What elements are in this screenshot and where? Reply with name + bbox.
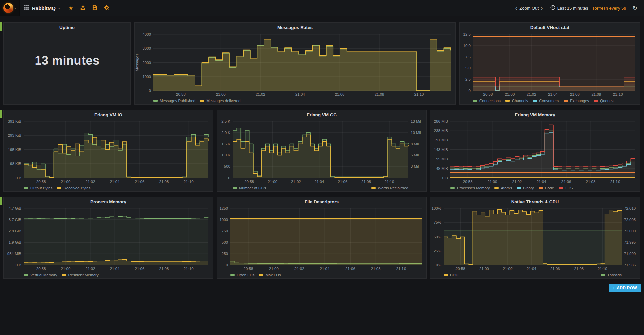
zoom-out-button[interactable]: Zoom Out — [519, 6, 539, 11]
gear-icon — [104, 5, 109, 11]
chart-svg: 02505007501000125020:5821:0021:0221:0421… — [217, 206, 426, 272]
star-button[interactable]: ★ — [65, 0, 77, 16]
svg-text:1.9 GiB: 1.9 GiB — [9, 240, 22, 244]
svg-text:954 MiB: 954 MiB — [7, 252, 22, 256]
chart-area[interactable]: 0 B48 MiB95 MiB143 MiB191 MiB238 MiB286 … — [430, 119, 640, 185]
chart-area[interactable]: 02.55.07.510.012.520:5821:0021:0221:0421… — [460, 31, 640, 97]
svg-text:21:08: 21:08 — [159, 180, 169, 184]
row-collapse-handle[interactable] — [0, 110, 2, 118]
legend-item[interactable]: Output Bytes — [24, 186, 52, 190]
svg-text:0: 0 — [469, 89, 471, 93]
dashboard-picker[interactable]: RabbitMQ ▾ — [20, 0, 65, 16]
svg-text:21:00: 21:00 — [505, 92, 515, 96]
grafana-logo-icon — [3, 3, 13, 13]
svg-text:21:06: 21:06 — [338, 180, 348, 184]
panel-messages-rates: Messages Rates 0100020003000400020:5821:… — [134, 22, 456, 105]
legend-item[interactable]: Words Reclaimed — [371, 186, 408, 190]
svg-text:250: 250 — [222, 252, 228, 256]
svg-text:293 KiB: 293 KiB — [8, 133, 22, 137]
star-icon: ★ — [68, 5, 73, 12]
panel-title[interactable]: Messages Rates — [135, 23, 455, 31]
legend-item[interactable]: ETS — [559, 186, 573, 190]
svg-text:21:00: 21:00 — [61, 267, 71, 271]
chart-area[interactable]: 0100020003000400020:5821:0021:0221:0421:… — [135, 31, 455, 97]
save-button[interactable] — [89, 0, 101, 16]
legend-item[interactable]: Messages Published — [153, 99, 195, 103]
time-range-picker[interactable]: Last 15 minutes — [550, 5, 588, 11]
panel-title[interactable]: Native Threads & CPU — [430, 197, 640, 206]
svg-text:1.5 K: 1.5 K — [221, 142, 230, 146]
svg-text:21:02: 21:02 — [527, 92, 536, 96]
legend: Open FDsMax FDs — [217, 272, 426, 278]
legend-item[interactable]: Number of GCs — [233, 186, 266, 190]
svg-text:21:02: 21:02 — [294, 267, 304, 271]
legend-item[interactable]: Messages delivered — [200, 99, 240, 103]
grafana-logo[interactable]: ▾ — [0, 0, 19, 16]
svg-text:4000: 4000 — [142, 32, 151, 36]
legend-item[interactable]: Code — [539, 186, 554, 190]
legend-item[interactable]: Atoms — [494, 186, 512, 190]
legend-item[interactable]: Threads — [601, 273, 622, 277]
chart-area[interactable]: 02505007501000125020:5821:0021:0221:0421… — [217, 206, 426, 272]
svg-text:50%: 50% — [434, 235, 441, 239]
legend-item[interactable]: Open FDs — [230, 273, 254, 277]
row-collapse-handle[interactable] — [0, 197, 2, 205]
chart-area[interactable]: 0 B954 MiB1.9 GiB2.8 GiB3.7 GiB4.7 GiB20… — [4, 206, 213, 272]
svg-text:2.5 K: 2.5 K — [221, 119, 230, 123]
refresh-button[interactable]: ↻ — [631, 4, 639, 12]
svg-text:191 MiB: 191 MiB — [434, 138, 448, 142]
chart-area[interactable]: 0%25%50%75%100%71.98571.99071.99572.0007… — [430, 206, 640, 272]
svg-text:20:58: 20:58 — [176, 92, 186, 96]
panel-title[interactable]: Uptime — [4, 23, 130, 31]
panel-file-descriptors: File Descriptors 02505007501000125020:58… — [217, 197, 427, 279]
svg-text:0 B: 0 B — [16, 176, 22, 180]
legend-item[interactable]: Queues — [594, 99, 613, 103]
legend-item[interactable]: Received Bytes — [57, 186, 90, 190]
legend-item[interactable]: Consumers — [533, 99, 559, 103]
svg-text:0: 0 — [228, 176, 230, 180]
panel-title[interactable]: Process Memory — [4, 197, 213, 206]
panel-erlang-vm-gc: Erlang VM GC 05001.0 K1.5 K2.0 K2.5 K3 M… — [217, 110, 427, 192]
svg-text:0: 0 — [226, 263, 228, 267]
share-icon — [80, 5, 86, 11]
share-button[interactable] — [77, 0, 89, 16]
chart-area[interactable]: 0 B98 KiB195 KiB293 KiB391 KiB20:5821:00… — [4, 119, 213, 185]
legend-item[interactable]: Processes Memory — [450, 186, 490, 190]
time-shift-left-button[interactable]: ‹ — [513, 5, 520, 11]
legend-item[interactable]: Binary — [517, 186, 534, 190]
svg-text:100%: 100% — [432, 206, 441, 210]
panel-title[interactable]: Default VHost stat — [460, 23, 640, 31]
svg-text:21:08: 21:08 — [159, 267, 169, 271]
legend-item[interactable]: Max FDs — [259, 273, 281, 277]
panel-title[interactable]: Erlang VM GC — [217, 110, 426, 119]
navbar-right: ‹ Zoom Out › Last 15 minutes Refresh eve… — [513, 4, 644, 12]
refresh-interval-label[interactable]: Refresh every 5s — [593, 6, 626, 11]
legend-item[interactable]: Channels — [505, 99, 528, 103]
legend-item[interactable]: Exchanges — [564, 99, 589, 103]
svg-text:0 B: 0 B — [442, 176, 448, 180]
row-collapse-handle[interactable] — [0, 22, 2, 31]
legend-item[interactable]: Connections — [473, 99, 501, 103]
panel-title[interactable]: Erlang VM Memory — [430, 110, 640, 119]
svg-text:Messages: Messages — [135, 54, 139, 71]
svg-text:21:10: 21:10 — [385, 180, 394, 184]
legend-item[interactable]: CPU — [444, 273, 458, 277]
settings-button[interactable] — [101, 0, 113, 16]
svg-text:21:04: 21:04 — [110, 267, 120, 271]
panel-process-memory: Process Memory 0 B954 MiB1.9 GiB2.8 GiB3… — [3, 197, 213, 279]
time-shift-right-button[interactable]: › — [539, 5, 545, 11]
panel-default-vhost-stat: Default VHost stat 02.55.07.510.012.520:… — [459, 22, 640, 105]
svg-text:21:08: 21:08 — [574, 267, 584, 271]
save-icon — [92, 5, 97, 11]
legend-item[interactable]: Resident Memory — [62, 273, 99, 277]
svg-text:3000: 3000 — [142, 46, 151, 50]
svg-text:21:04: 21:04 — [314, 180, 324, 184]
panel-uptime: Uptime 13 minutes — [3, 22, 131, 105]
legend-item[interactable]: Vertual Memory — [24, 273, 57, 277]
navbar: ▾ RabbitMQ ▾ ★ — [0, 0, 644, 16]
panel-title[interactable]: File Descriptors — [217, 197, 426, 206]
chart-area[interactable]: 05001.0 K1.5 K2.0 K2.5 K3 Mil5 Mil8 Mil1… — [217, 119, 426, 185]
svg-text:21:06: 21:06 — [570, 92, 580, 96]
add-row-button[interactable]: +ADD ROW — [609, 284, 641, 292]
panel-title[interactable]: Erlang VM IO — [4, 110, 213, 119]
